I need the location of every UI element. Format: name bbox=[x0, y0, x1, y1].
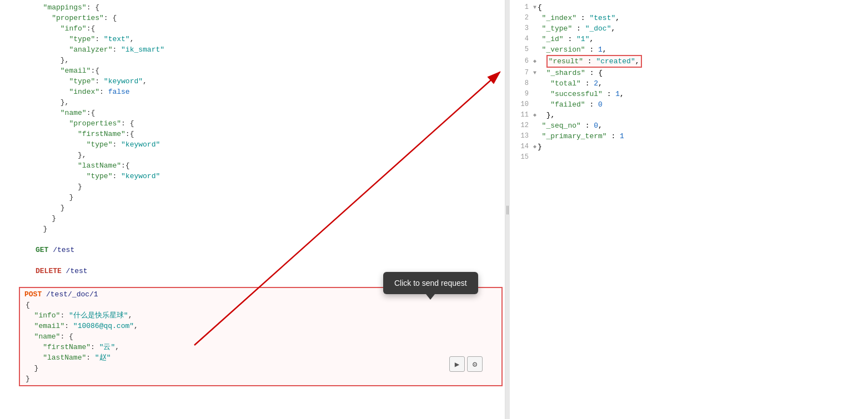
tooltip-box: Click to send request bbox=[383, 272, 478, 294]
right-panel: 1 ▼ { 2 "_index" : "test" , 3 bbox=[510, 0, 868, 419]
play-button[interactable]: ▶ bbox=[449, 356, 465, 372]
right-line-8: 8 "total" : 2 , bbox=[510, 78, 868, 89]
http-path: /test bbox=[48, 245, 74, 255]
config-button[interactable]: ⚙ bbox=[467, 356, 483, 372]
right-line-11: 11 ◆ }, bbox=[510, 110, 868, 120]
post-body-firstname: "firstName": "云", bbox=[22, 342, 499, 352]
left-code-content: "mappings": { "properties": { "info":{ "… bbox=[17, 0, 505, 388]
http-method-post: POST bbox=[24, 289, 42, 300]
code-line: "type": "keyword" bbox=[17, 171, 505, 181]
right-line-9: 9 "successful" : 1 , bbox=[510, 89, 868, 99]
right-line-1: 1 ▼ { bbox=[510, 2, 868, 13]
http-method-delete: DELETE bbox=[36, 266, 62, 276]
main-container: "mappings": { "properties": { "info":{ "… bbox=[0, 0, 868, 419]
code-line: "properties": { bbox=[17, 13, 505, 23]
code-line: "type": "keyword", bbox=[17, 76, 505, 87]
code-line: "info":{ bbox=[17, 23, 505, 34]
editor-area: "mappings": { "properties": { "info":{ "… bbox=[0, 0, 505, 419]
left-panel: "mappings": { "properties": { "info":{ "… bbox=[0, 0, 505, 419]
blank-line bbox=[17, 255, 505, 266]
post-body-lastname: "lastName": "赵" bbox=[22, 352, 499, 363]
http-method-get: GET bbox=[36, 245, 48, 255]
right-line-15: 15 bbox=[510, 152, 868, 163]
blank-line bbox=[17, 234, 505, 245]
get-command-line[interactable]: GET /test bbox=[17, 245, 505, 255]
post-body-name: "name": { bbox=[22, 331, 499, 342]
post-body-close: } bbox=[22, 373, 499, 384]
code-line: "mappings": { bbox=[17, 2, 505, 13]
right-line-6: 6 ◆ "result" : "created", bbox=[510, 55, 868, 68]
result-highlight: "result" : "created", bbox=[546, 55, 642, 68]
code-line: }, bbox=[17, 150, 505, 160]
right-line-2: 2 "_index" : "test" , bbox=[510, 13, 868, 23]
right-line-12: 12 "_seq_no" : 0 , bbox=[510, 120, 868, 131]
code-line: } bbox=[17, 203, 505, 213]
code-line: } bbox=[17, 181, 505, 192]
post-body-email: "email": "10086@qq.com", bbox=[22, 321, 499, 331]
code-line: "name":{ bbox=[17, 108, 505, 118]
action-buttons: ▶ ⚙ bbox=[449, 356, 483, 372]
http-path-delete: /test bbox=[62, 266, 88, 276]
code-line: } bbox=[17, 192, 505, 203]
right-line-4: 4 "_id" : "1" , bbox=[510, 34, 868, 44]
code-line: }, bbox=[17, 55, 505, 65]
code-line: "index": false bbox=[17, 87, 505, 97]
right-line-5: 5 "_version" : 1 , bbox=[510, 44, 868, 55]
http-path-post: /test/_doc/1 bbox=[42, 289, 98, 300]
right-line-3: 3 "_type" : "_doc" , bbox=[510, 23, 868, 34]
code-line: }, bbox=[17, 97, 505, 108]
code-line: "properties": { bbox=[17, 118, 505, 129]
right-line-7: 7 ▼ "_shards" : { bbox=[510, 68, 868, 78]
code-line: "firstName":{ bbox=[17, 129, 505, 139]
code-line: "type": "keyword" bbox=[17, 139, 505, 150]
post-body-open: { bbox=[22, 300, 499, 310]
right-code-content: 1 ▼ { 2 "_index" : "test" , 3 bbox=[510, 0, 868, 165]
code-line: "lastName":{ bbox=[17, 160, 505, 171]
right-line-14: 14 ◆ } bbox=[510, 142, 868, 152]
tooltip-arrow bbox=[426, 294, 435, 300]
right-line-13: 13 "_primary_term" : 1 bbox=[510, 131, 868, 142]
tooltip-overlay: Click to send request bbox=[383, 272, 478, 300]
code-line: "analyzer": "ik_smart" bbox=[17, 44, 505, 55]
code-line: "email":{ bbox=[17, 65, 505, 76]
panel-divider[interactable]: ∥ bbox=[505, 0, 510, 419]
post-body-info: "info": "什么是快乐星球", bbox=[22, 310, 499, 321]
post-block[interactable]: POST /test/_doc/1 { "info": "什么是快乐星球", "… bbox=[19, 287, 503, 386]
code-line: } bbox=[17, 224, 505, 234]
right-editor: 1 ▼ { 2 "_index" : "test" , 3 bbox=[510, 0, 868, 419]
right-line-10: 10 "failed" : 0 bbox=[510, 99, 868, 110]
post-body-name-close: } bbox=[22, 363, 499, 373]
code-line: } bbox=[17, 213, 505, 224]
code-line: "type": "text", bbox=[17, 34, 505, 44]
